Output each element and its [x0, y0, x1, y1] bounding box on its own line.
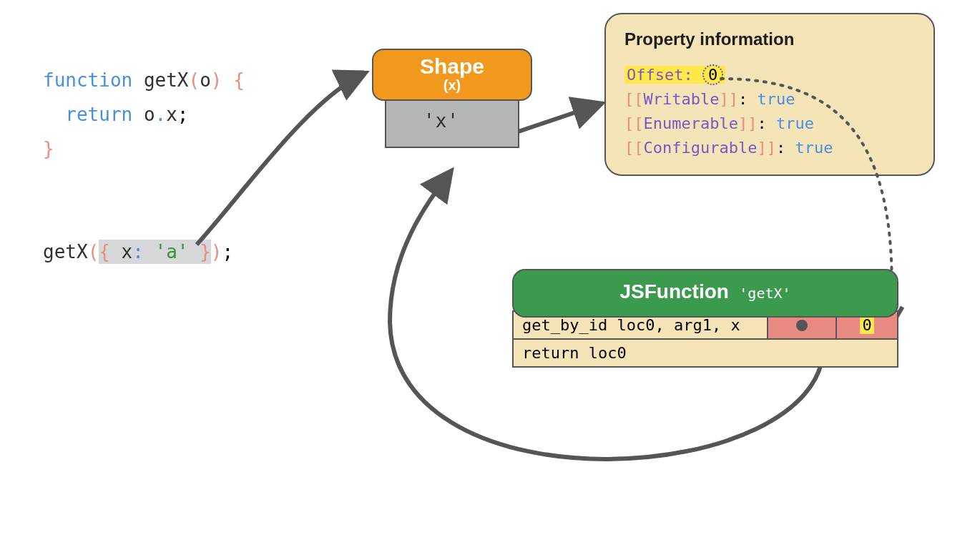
- shape-slot-label: 'x': [423, 110, 459, 132]
- lit-brace-open: {: [99, 241, 110, 262]
- jsfunction-title: JSFunction: [619, 280, 728, 303]
- paren-open: (: [189, 69, 200, 91]
- offset-value: 0: [708, 66, 717, 84]
- param-o: o: [200, 69, 211, 91]
- configurable-value: true: [795, 139, 833, 157]
- writable-value: true: [757, 90, 795, 108]
- object-literal-highlight: { x: 'a' }: [99, 240, 211, 264]
- call-pclose: ): [211, 241, 222, 262]
- lit-brace-close: }: [200, 241, 211, 262]
- offset-row: Offset: 0: [624, 63, 918, 87]
- writable-row: [[Writable]]: true: [624, 87, 918, 112]
- offset-label: Offset:: [627, 66, 693, 84]
- property-info-panel: Property information Offset: 0 [[Writabl…: [604, 13, 935, 176]
- prop-x: x: [166, 104, 177, 125]
- shape-slot: 'x': [385, 95, 519, 148]
- kw-return: return: [65, 104, 132, 125]
- paren-close: ): [211, 69, 222, 91]
- inline-cache-offset-value: 0: [860, 316, 873, 334]
- semi: ;: [177, 104, 189, 125]
- kw-function: function: [43, 69, 132, 91]
- enumerable-row: [[Enumerable]]: true: [624, 112, 918, 136]
- call-popen: (: [88, 241, 99, 262]
- configurable-label: Configurable: [644, 139, 758, 157]
- brace-close: }: [43, 138, 54, 159]
- jsfunction-box: JSFunction 'getX' get_by_id loc0, arg1, …: [512, 269, 898, 368]
- lit-key: x: [122, 241, 133, 262]
- brace-open: {: [233, 69, 245, 91]
- shape-box: Shape (x) 'x': [372, 49, 532, 148]
- property-info-title: Property information: [624, 27, 918, 51]
- code-block: function getX(o) { return o.x; } getX({ …: [43, 63, 245, 269]
- bytecode-row-2: return loc0: [514, 338, 897, 366]
- bytecode-instr-2: return loc0: [514, 340, 897, 366]
- enumerable-label: Enumerable: [644, 114, 738, 132]
- lit-value: 'a': [155, 241, 189, 262]
- shape-title: Shape: [373, 54, 531, 79]
- writable-label: Writable: [644, 90, 720, 108]
- offset-value-circle: 0: [702, 64, 723, 85]
- enumerable-value: true: [776, 114, 814, 132]
- shape-subtitle: (x): [373, 77, 531, 94]
- fn-name: getX: [144, 69, 189, 91]
- call-semi: ;: [222, 241, 234, 262]
- configurable-row: [[Configurable]]: true: [624, 136, 918, 160]
- dot: .: [155, 104, 167, 125]
- jsfunction-header: JSFunction 'getX': [512, 269, 898, 318]
- obj-o: o: [144, 104, 155, 125]
- shape-header: Shape (x): [372, 49, 532, 101]
- cache-dot-icon: [796, 320, 808, 331]
- jsfunction-name: 'getX': [739, 285, 790, 302]
- call-fn: getX: [43, 241, 88, 262]
- lit-colon: :: [132, 241, 144, 262]
- jsfunction-bytecode-table: get_by_id loc0, arg1, x 0 return loc0: [512, 310, 898, 368]
